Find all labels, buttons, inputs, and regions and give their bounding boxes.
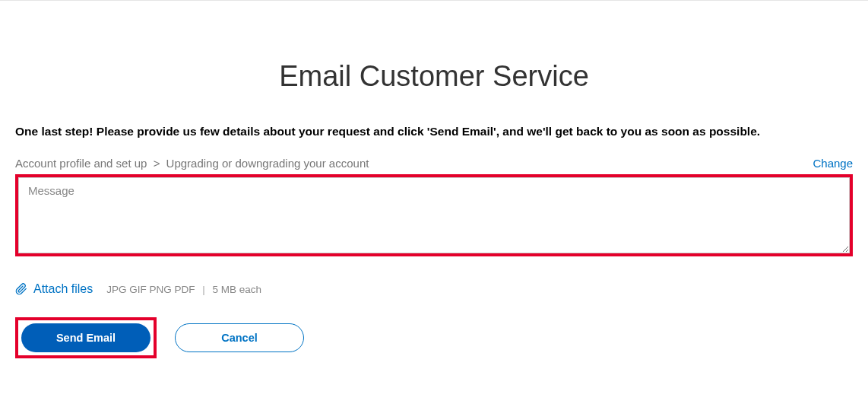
attach-hint: JPG GIF PNG PDF | 5 MB each [106,284,261,295]
cancel-button[interactable]: Cancel [175,323,304,352]
breadcrumb-level2: Upgrading or downgrading your account [166,157,369,170]
send-email-button[interactable]: Send Email [21,323,150,352]
attach-row: Attach files JPG GIF PNG PDF | 5 MB each [15,282,853,296]
page-title: Email Customer Service [15,60,853,93]
attach-files-link[interactable]: Attach files [33,282,93,296]
breadcrumb: Account profile and set up > Upgrading o… [15,157,369,170]
breadcrumb-row: Account profile and set up > Upgrading o… [15,157,853,170]
breadcrumb-level1: Account profile and set up [15,157,147,170]
breadcrumb-separator: > [154,157,160,170]
change-link[interactable]: Change [813,157,853,170]
message-highlight-box [15,174,853,256]
message-textarea[interactable] [18,177,850,253]
attach-formats: JPG GIF PNG PDF [106,284,195,295]
button-row: Send Email Cancel [15,317,853,358]
instruction-text: One last step! Please provide us few det… [15,125,853,138]
paperclip-icon [15,283,27,295]
attach-divider: | [202,284,205,295]
attach-size-hint: 5 MB each [213,284,262,295]
send-highlight-box: Send Email [15,317,157,358]
